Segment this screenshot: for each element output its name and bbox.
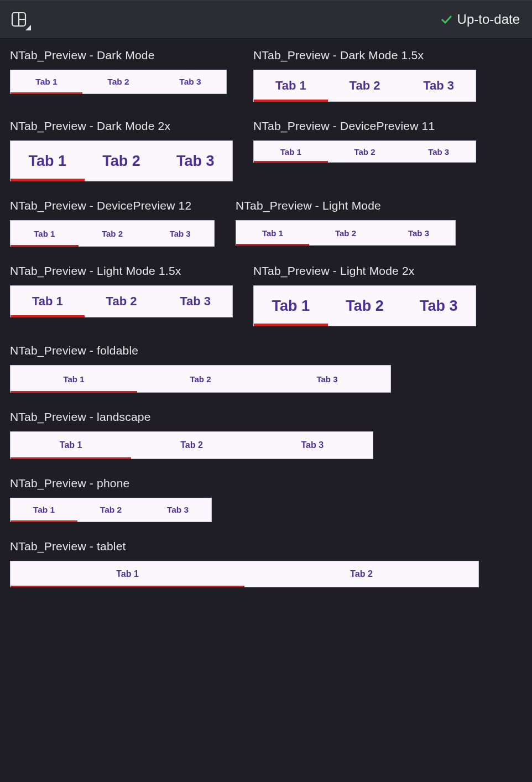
- tab-bar: Tab 1 Tab 2 Tab 3: [10, 498, 212, 522]
- preview-title: NTab_Preview - landscape: [10, 410, 522, 424]
- tab-1[interactable]: Tab 1: [11, 70, 82, 93]
- tab-1[interactable]: Tab 1: [11, 286, 85, 317]
- tab-2[interactable]: Tab 2: [85, 286, 159, 317]
- preview-landscape: NTab_Preview - landscape Tab 1 Tab 2 Tab…: [10, 410, 522, 459]
- tab-2[interactable]: Tab 2: [328, 286, 402, 326]
- tab-indicator: [236, 244, 309, 246]
- tab-3[interactable]: Tab 3: [146, 221, 214, 246]
- tab-2[interactable]: Tab 2: [328, 141, 402, 162]
- preview-title: NTab_Preview - Dark Mode 1.5x: [253, 49, 497, 62]
- tab-3[interactable]: Tab 3: [401, 70, 476, 101]
- tab-indicator: [11, 457, 131, 459]
- tab-1[interactable]: Tab 1: [11, 366, 137, 392]
- tab-indicator: [254, 324, 328, 326]
- tab-1[interactable]: Tab 1: [11, 498, 77, 522]
- tab-3[interactable]: Tab 3: [401, 286, 476, 326]
- preview-devicepreview-12: NTab_Preview - DevicePreview 12 Tab 1 Ta…: [10, 199, 236, 247]
- tab-indicator: [11, 520, 77, 522]
- tab-bar: Tab 1 Tab 2 Tab 3: [10, 285, 233, 317]
- preview-title: NTab_Preview - Light Mode 2x: [253, 264, 497, 278]
- layout-switcher-icon[interactable]: [10, 11, 28, 28]
- preview-dark-2x: NTab_Preview - Dark Mode 2x Tab 1 Tab 2 …: [10, 119, 253, 181]
- preview-title: NTab_Preview - tablet: [10, 540, 522, 553]
- previews-container: NTab_Preview - Dark Mode Tab 1 Tab 2 Tab…: [0, 39, 532, 587]
- tab-indicator: [11, 586, 244, 587]
- preview-tablet: NTab_Preview - tablet Tab 1 Tab 2: [10, 540, 522, 587]
- preview-title: NTab_Preview - DevicePreview 11: [253, 119, 497, 133]
- tab-2[interactable]: Tab 2: [328, 70, 402, 101]
- tab-1[interactable]: Tab 1: [254, 141, 328, 162]
- preview-dark: NTab_Preview - Dark Mode Tab 1 Tab 2 Tab…: [10, 49, 253, 94]
- tab-2[interactable]: Tab 2: [85, 141, 159, 181]
- tab-1[interactable]: Tab 1: [11, 561, 244, 587]
- tab-3[interactable]: Tab 3: [158, 286, 232, 317]
- check-icon: [440, 13, 453, 26]
- preview-foldable: NTab_Preview - foldable Tab 1 Tab 2 Tab …: [10, 344, 522, 393]
- preview-title: NTab_Preview - phone: [10, 477, 522, 490]
- preview-title: NTab_Preview - foldable: [10, 344, 522, 357]
- tab-1[interactable]: Tab 1: [11, 432, 131, 458]
- preview-light: NTab_Preview - Light Mode Tab 1 Tab 2 Ta…: [236, 199, 479, 246]
- tab-2[interactable]: Tab 2: [131, 432, 252, 458]
- tab-2[interactable]: Tab 2: [137, 366, 264, 392]
- tab-bar: Tab 1 Tab 2 Tab 3: [253, 70, 476, 102]
- tab-bar: Tab 1 Tab 2 Tab 3: [10, 365, 391, 393]
- status-indicator: Up-to-date: [440, 12, 520, 27]
- tab-1[interactable]: Tab 1: [11, 141, 85, 181]
- tab-3[interactable]: Tab 3: [154, 70, 226, 93]
- tab-3[interactable]: Tab 3: [252, 432, 373, 458]
- tab-1[interactable]: Tab 1: [11, 221, 79, 246]
- preview-title: NTab_Preview - Dark Mode: [10, 49, 253, 62]
- tab-3[interactable]: Tab 3: [144, 498, 211, 522]
- preview-topbar: Up-to-date: [0, 0, 532, 39]
- tab-1[interactable]: Tab 1: [254, 70, 328, 101]
- preview-devicepreview-11: NTab_Preview - DevicePreview 11 Tab 1 Ta…: [253, 119, 497, 163]
- preview-title: NTab_Preview - DevicePreview 12: [10, 199, 236, 212]
- tab-3[interactable]: Tab 3: [264, 366, 390, 392]
- preview-light-1-5x: NTab_Preview - Light Mode 1.5x Tab 1 Tab…: [10, 264, 253, 317]
- preview-title: NTab_Preview - Light Mode: [236, 199, 479, 212]
- tab-2[interactable]: Tab 2: [244, 561, 478, 587]
- tab-bar: Tab 1 Tab 2 Tab 3: [10, 140, 233, 181]
- tab-bar: Tab 1 Tab 2 Tab 3: [10, 220, 215, 247]
- tab-indicator: [11, 391, 137, 393]
- tab-2[interactable]: Tab 2: [79, 221, 147, 246]
- tab-indicator: [11, 245, 79, 247]
- preview-title: NTab_Preview - Light Mode 1.5x: [10, 264, 253, 278]
- tab-2[interactable]: Tab 2: [77, 498, 144, 522]
- tab-3[interactable]: Tab 3: [158, 141, 232, 181]
- tab-bar: Tab 1 Tab 2 Tab 3: [253, 140, 476, 163]
- preview-dark-1-5x: NTab_Preview - Dark Mode 1.5x Tab 1 Tab …: [253, 49, 497, 102]
- tab-indicator: [11, 92, 82, 94]
- preview-light-2x: NTab_Preview - Light Mode 2x Tab 1 Tab 2…: [253, 264, 497, 326]
- preview-phone: NTab_Preview - phone Tab 1 Tab 2 Tab 3: [10, 477, 522, 522]
- tab-indicator: [254, 100, 328, 102]
- tab-2[interactable]: Tab 2: [82, 70, 154, 93]
- tab-indicator: [11, 315, 85, 317]
- status-text: Up-to-date: [457, 12, 520, 27]
- tab-indicator: [254, 161, 328, 163]
- tab-bar: Tab 1 Tab 2 Tab 3: [10, 431, 373, 459]
- tab-2[interactable]: Tab 2: [309, 221, 382, 245]
- tab-bar: Tab 1 Tab 2 Tab 3: [10, 70, 227, 94]
- tab-3[interactable]: Tab 3: [401, 141, 476, 162]
- tab-bar: Tab 1 Tab 2 Tab 3: [253, 285, 476, 326]
- tab-1[interactable]: Tab 1: [236, 221, 309, 245]
- preview-title: NTab_Preview - Dark Mode 2x: [10, 119, 253, 133]
- tab-bar: Tab 1 Tab 2: [10, 561, 479, 587]
- tab-bar: Tab 1 Tab 2 Tab 3: [236, 220, 456, 246]
- tab-indicator: [11, 179, 85, 181]
- tab-3[interactable]: Tab 3: [382, 221, 455, 245]
- tab-1[interactable]: Tab 1: [254, 286, 328, 326]
